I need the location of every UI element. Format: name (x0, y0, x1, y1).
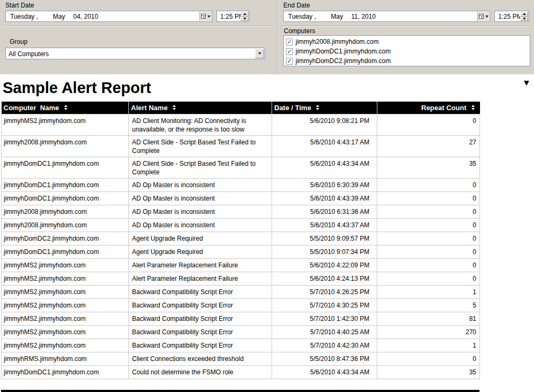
start-time-picker[interactable]: 1:25 PM (216, 11, 250, 22)
computer-name-cell: jimmyhMS2.jimmyhdom.com (2, 312, 129, 325)
computer-name-cell: jimmyh2008.jimmyhdom.com (2, 218, 129, 232)
group-dropdown[interactable]: All Computers (5, 48, 265, 59)
alert-table: Computer Name Alert Name Date / Time Rep… (1, 102, 480, 379)
repeat-count-cell: 35 (377, 365, 480, 379)
end-date-weekday: Tuesday , (288, 13, 316, 20)
end-time-spinner[interactable] (520, 12, 528, 21)
repeat-count-cell: 0 (377, 352, 480, 365)
start-time-spinner[interactable] (241, 12, 249, 21)
column-header-date-time[interactable]: Date / Time (272, 102, 377, 114)
computer-name-cell: jimmyhDomDC1.jimmyhdom.com (2, 157, 129, 178)
datetime-cell: 5/6/2010 6:31:36 AM (272, 205, 377, 218)
alert-name-cell: AD Client Side - Script Based Test Faile… (129, 135, 272, 157)
alert-name-cell: AD Op Master is inconsistent (129, 191, 272, 205)
datetime-cell: 5/5/2010 8:47:36 PM (272, 352, 377, 365)
computer-list-item[interactable]: ✓jimmyhDomDC2.jimmyhdom.com (284, 56, 530, 66)
spin-up-button[interactable] (241, 12, 249, 17)
repeat-count-cell: 5 (377, 298, 480, 312)
scroll-indicator-icon[interactable] (524, 81, 529, 86)
end-date-picker[interactable]: Tuesday , May 11, 2010 (283, 11, 490, 22)
sort-icon (173, 105, 176, 110)
table-row: jimmyhDomDC1.jimmyhdom.comAD Client Side… (2, 157, 480, 178)
checkbox-checked-icon[interactable]: ✓ (286, 48, 293, 55)
report-window: Start Date Tuesday , May 04, 2010 1:25 P… (0, 0, 534, 392)
group-dropdown-button[interactable] (255, 49, 264, 58)
datetime-cell: 5/6/2010 4:43:17 AM (272, 135, 377, 157)
computer-name-cell: jimmyhMS2.jimmyhdom.com (2, 258, 129, 272)
computer-name-cell: jimmyhMS2.jimmyhdom.com (2, 114, 129, 135)
repeat-count-cell: 0 (377, 245, 480, 258)
column-header-label: Alert Name (131, 104, 168, 112)
computer-name-cell: jimmyhMS2.jimmyhdom.com (2, 272, 129, 285)
table-row: jimmyhDomDC2.jimmyhdom.comAgent Upgrade … (2, 232, 480, 245)
computer-name-cell: jimmyh2008.jimmyhdom.com (2, 205, 129, 218)
datetime-cell: 5/6/2010 4:43:37 AM (272, 218, 377, 232)
computer-name-cell: jimmyhMS2.jimmyhdom.com (2, 325, 129, 339)
datetime-cell: 5/6/2010 4:22:09 PM (272, 258, 377, 272)
datetime-cell: 5/6/2010 6:30:39 AM (272, 178, 377, 191)
repeat-count-cell: 1 (377, 285, 480, 298)
table-row: jimmyhMS2.jimmyhdom.comBackward Compatib… (2, 339, 480, 352)
repeat-count-cell: 0 (377, 178, 480, 191)
computer-name-cell: jimmyhDomDC1.jimmyhdom.com (2, 365, 129, 379)
computer-name-cell: jimmyhDomDC1.jimmyhdom.com (2, 191, 129, 205)
computer-name-cell: jimmyhMS2.jimmyhdom.com (2, 339, 129, 352)
repeat-count-cell: 0 (377, 258, 480, 272)
start-date-day-year: 04, 2010 (73, 13, 98, 20)
checkbox-checked-icon[interactable]: ✓ (286, 39, 293, 45)
datetime-cell: 5/7/2010 4:40:25 AM (272, 325, 377, 339)
alert-name-cell: Client Connections exceeded threshold (129, 352, 272, 365)
computer-item-label: jimmyhDomDC1.jimmyhdom.com (296, 48, 391, 55)
panel-divider (278, 0, 279, 75)
column-header-alert-name[interactable]: Alert Name (129, 102, 272, 114)
alert-name-cell: AD Op Master is inconsistent (129, 218, 272, 232)
computer-list-item[interactable]: ✓jimmyhDomDC1.jimmyhdom.com (284, 47, 530, 56)
spin-down-button[interactable] (241, 17, 249, 21)
computer-name-cell: jimmyhMS2.jimmyhdom.com (2, 298, 129, 312)
spin-up-button[interactable] (520, 12, 528, 17)
column-header-label: Computer Name (4, 104, 59, 112)
repeat-count-cell: 27 (377, 135, 480, 157)
computers-listbox[interactable]: ✓jimmyh2008.jimmyhdom.com✓jimmyhDomDC1.j… (283, 35, 530, 66)
repeat-count-cell: 0 (377, 218, 480, 232)
datetime-cell: 5/6/2010 4:43:39 AM (272, 191, 377, 205)
alert-name-cell: AD Client Side - Script Based Test Faile… (129, 157, 272, 178)
computer-name-cell: jimmyhDomDC1.jimmyhdom.com (2, 178, 129, 191)
column-header-repeat-count[interactable]: Repeat Count (377, 102, 480, 114)
column-header-computer-name[interactable]: Computer Name (2, 102, 129, 114)
spin-down-icon (243, 18, 246, 20)
datetime-cell: 5/6/2010 4:43:34 AM (272, 365, 377, 379)
checkbox-checked-icon[interactable]: ✓ (286, 58, 293, 65)
table-row: jimmyhMS2.jimmyhdom.comBackward Compatib… (2, 298, 480, 312)
spin-down-icon (523, 18, 526, 20)
alert-name-cell: Backward Compatibility Script Error (129, 285, 272, 298)
sort-icon (471, 105, 475, 110)
spin-down-button[interactable] (520, 17, 528, 21)
end-date-calendar-dropdown-button[interactable] (477, 12, 489, 21)
alert-name-cell: Backward Compatibility Script Error (129, 312, 272, 325)
start-date-label: Start Date (5, 2, 34, 9)
next-section-header-bar (1, 390, 479, 392)
alert-name-cell: Agent Upgrade Required (129, 232, 272, 245)
table-row: jimmyhRMS.jimmyhdom.comClient Connection… (2, 352, 480, 365)
table-row: jimmyhMS2.jimmyhdom.comAD Client Monitor… (2, 114, 480, 135)
table-header-row: Computer Name Alert Name Date / Time Rep… (2, 102, 480, 114)
computer-list-item[interactable]: ✓jimmyh2008.jimmyhdom.com (284, 37, 530, 47)
start-date-calendar-dropdown-button[interactable] (199, 12, 211, 21)
computer-name-cell: jimmyhMS2.jimmyhdom.com (2, 285, 129, 298)
table-row: jimmyhDomDC1.jimmyhdom.comAD Op Master i… (2, 178, 480, 191)
start-date-picker[interactable]: Tuesday , May 04, 2010 (5, 11, 212, 22)
datetime-cell: 5/6/2010 4:24:13 PM (272, 272, 377, 285)
datetime-cell: 5/7/2010 4:42:30 AM (272, 339, 377, 352)
start-date-weekday: Tuesday , (10, 13, 38, 20)
alert-name-cell: Alert Parameter Replacement Failure (129, 272, 272, 285)
alert-name-cell: Agent Upgrade Required (129, 245, 272, 258)
end-date-day-year: 11, 2010 (351, 13, 376, 20)
end-time-picker[interactable]: 1:25 PM (494, 11, 529, 22)
alert-name-cell: AD Op Master is inconsistent (129, 205, 272, 218)
table-row: jimmyhMS2.jimmyhdom.comAlert Parameter R… (2, 258, 480, 272)
table-row: jimmyhDomDC1.jimmyhdom.comCould not dete… (2, 365, 480, 379)
group-label: Group (10, 38, 27, 45)
filter-panel: Start Date Tuesday , May 04, 2010 1:25 P… (0, 0, 534, 75)
report-title: Sample Alert Report (3, 79, 151, 97)
